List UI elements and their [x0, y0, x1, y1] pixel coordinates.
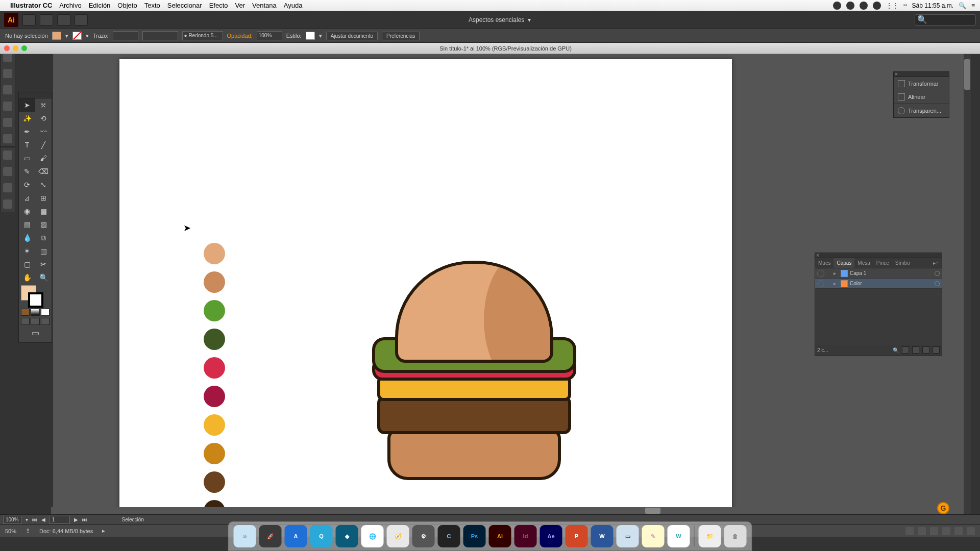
app-menu[interactable]: Illustrator CC — [10, 2, 52, 9]
menu-ayuda[interactable]: Ayuda — [284, 2, 303, 9]
nav-first-icon[interactable]: ⏮ — [32, 517, 37, 522]
blend-tool[interactable]: ⧉ — [35, 231, 52, 244]
menu-texto[interactable]: Texto — [144, 2, 160, 9]
scale-tool[interactable]: ⤡ — [35, 178, 52, 191]
new-layer-button[interactable] — [922, 346, 929, 354]
draw-mode[interactable] — [41, 318, 50, 325]
status-icon[interactable] — [846, 2, 854, 10]
stroke-profile-field[interactable] — [142, 31, 178, 40]
bluetooth-icon[interactable]: ⋮⋮ — [886, 2, 898, 9]
rectangle-tool[interactable]: ▭ — [19, 152, 35, 165]
disclosure-icon[interactable]: ▸ — [834, 270, 839, 276]
artboards-icon[interactable] — [3, 167, 12, 176]
dock-app-indesign[interactable]: Id — [514, 525, 537, 547]
arrange-button[interactable] — [57, 14, 70, 26]
dock-app-folder[interactable]: 📁 — [699, 525, 721, 547]
graph-tool[interactable]: ▥ — [35, 244, 52, 258]
eraser-tool[interactable]: ⌫ — [35, 165, 52, 178]
dock-app-photoshop[interactable]: Ps — [463, 525, 486, 547]
dock-app-c4d[interactable]: C — [438, 525, 460, 547]
menu-ventana[interactable]: Ventana — [252, 2, 277, 9]
menu-efecto[interactable]: Efecto — [209, 2, 228, 9]
dropdown-icon[interactable]: ▾ — [65, 33, 68, 39]
dock-app[interactable]: ◆ — [336, 525, 358, 547]
shape-builder-tool[interactable]: ◉ — [19, 205, 35, 218]
graphic-styles-icon[interactable] — [3, 102, 12, 111]
dock-app-finder[interactable]: ☺ — [234, 525, 256, 547]
dropdown-icon[interactable]: ▾ — [319, 33, 322, 39]
nav-next-icon[interactable]: ▶ — [74, 517, 78, 522]
menu-objeto[interactable]: Objeto — [117, 2, 137, 9]
nav-last-icon[interactable]: ⏭ — [82, 517, 87, 522]
share-icon[interactable]: ⇪ — [26, 528, 30, 534]
preferences-button[interactable]: Preferencias — [382, 32, 420, 40]
spotlight-icon[interactable]: 🔍 — [959, 2, 966, 9]
flyout-icon[interactable]: ▸ — [102, 528, 105, 534]
status-icon[interactable] — [918, 527, 926, 535]
panel-icon[interactable] — [3, 134, 12, 143]
panel-icon[interactable] — [3, 183, 12, 192]
menu-ver[interactable]: Ver — [235, 2, 246, 9]
swatch-circle[interactable] — [204, 443, 225, 464]
visibility-toggle[interactable] — [817, 270, 824, 277]
dock-app-aftereffects[interactable]: Ae — [540, 525, 562, 547]
brushes-icon[interactable] — [3, 69, 12, 78]
dock-app[interactable]: W — [668, 525, 690, 547]
tab-pinceles[interactable]: Pince — [873, 258, 892, 268]
fill-stroke-controls[interactable] — [19, 284, 52, 308]
align-button[interactable] — [424, 31, 435, 40]
arrange-documents-button[interactable] — [40, 14, 53, 26]
mesh-tool[interactable]: ▤ — [19, 218, 35, 231]
horizontal-scrollbar[interactable] — [51, 507, 965, 514]
symbols-icon[interactable] — [3, 199, 12, 209]
align-panel-button[interactable]: Alinear — [894, 90, 949, 104]
locate-object-icon[interactable]: 🔍 — [893, 347, 899, 353]
fill-swatch[interactable] — [52, 32, 61, 40]
status-icon[interactable] — [833, 2, 841, 10]
tab-mesa[interactable]: Mesa — [854, 258, 873, 268]
paintbrush-tool[interactable]: 🖌 — [35, 152, 52, 165]
none-mode[interactable] — [41, 309, 50, 316]
dock-app-quicktime[interactable]: Q — [310, 525, 333, 547]
zoom-field[interactable]: 100% — [3, 516, 21, 524]
window-zoom-button[interactable] — [21, 45, 27, 51]
dock-app-safari[interactable]: 🧭 — [387, 525, 409, 547]
screen-mode-button[interactable]: ▭ — [19, 326, 52, 339]
opacity-field[interactable]: 100% — [257, 31, 282, 40]
status-icon[interactable] — [873, 2, 881, 10]
dock-app-powerpoint[interactable]: P — [566, 525, 588, 547]
slice-tool[interactable]: ✂ — [35, 258, 52, 271]
stroke-color[interactable] — [28, 292, 43, 308]
brush-dropdown[interactable]: ● Redondo 5... — [182, 31, 223, 40]
eyedropper-tool[interactable]: 💧 — [19, 231, 35, 244]
swatch-circle[interactable] — [204, 329, 225, 350]
menubar-clock[interactable]: Sáb 11:55 a.m. — [912, 2, 953, 9]
dock-app-chrome[interactable]: 🌐 — [361, 525, 384, 547]
status-icon[interactable] — [942, 527, 950, 535]
panel-close-icon[interactable]: × — [895, 71, 898, 77]
tab-simbolos[interactable]: Símbo — [892, 258, 913, 268]
transform-panel-button[interactable]: Transformar — [894, 77, 949, 90]
tab-muestras[interactable]: Mues — [815, 258, 834, 268]
panel-close-icon[interactable]: × — [816, 253, 819, 258]
gpu-button[interactable] — [75, 14, 88, 26]
fit-document-button[interactable]: Ajustar documento — [326, 32, 378, 40]
panel-icon[interactable] — [3, 118, 12, 127]
pencil-tool[interactable]: ✎ — [19, 165, 35, 178]
burger-illustration[interactable] — [367, 261, 581, 480]
target-icon[interactable] — [935, 281, 940, 286]
panel-menu-icon[interactable]: ▸≡ — [930, 258, 942, 268]
status-icon[interactable] — [905, 527, 914, 535]
swatch-circle[interactable] — [204, 271, 225, 293]
panel-grip[interactable] — [19, 92, 52, 98]
dropdown-icon[interactable]: ▾ — [86, 33, 89, 39]
status-icon[interactable] — [967, 527, 975, 535]
artboard-tool[interactable]: ▢ — [19, 258, 35, 271]
swatch-circle[interactable] — [204, 357, 225, 379]
zoom-tool[interactable]: 🔍 — [35, 271, 52, 284]
make-clipping-mask-button[interactable] — [902, 346, 909, 354]
perspective-tool[interactable]: ▦ — [35, 205, 52, 218]
lasso-tool[interactable]: ⟲ — [35, 112, 52, 125]
appearance-icon[interactable] — [3, 85, 12, 94]
pen-tool[interactable]: ✒ — [19, 125, 35, 138]
